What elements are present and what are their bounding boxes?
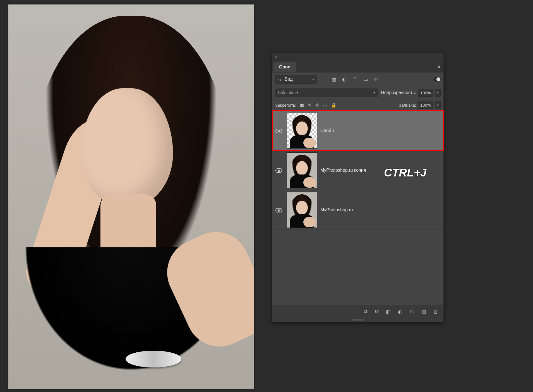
layer-thumbnail[interactable] (287, 192, 317, 228)
layer-name[interactable]: Слой 1 (320, 128, 335, 133)
fill-label: Заливка: (399, 103, 416, 107)
filter-smartobject-icon[interactable]: ◇ (373, 76, 379, 82)
opacity-input[interactable]: 100% (418, 89, 433, 97)
layer-name[interactable]: MyPhotoshop.ru копия (320, 168, 366, 173)
filter-label: Вид (285, 77, 293, 82)
document-canvas[interactable] (8, 4, 254, 389)
visibility-eye-icon[interactable] (275, 129, 282, 132)
filter-image-icon[interactable]: ▦ (331, 76, 337, 82)
panel-footer: ⧉ fx ◧ ◐ 🗀 ⊞ 🗑 (272, 305, 443, 318)
fill-input[interactable]: 100% (418, 101, 433, 109)
lock-all-icon[interactable]: 🔒 (331, 102, 337, 108)
panel-menu-icon[interactable]: ≡ (434, 64, 443, 69)
visibility-eye-icon[interactable] (275, 208, 282, 212)
opacity-label: Непрозрачность: (381, 90, 416, 95)
lock-transparency-icon[interactable]: ▦ (300, 102, 304, 108)
layers-list: Слой 1 MyPhotoshop.ru копия MyPhotoshop.… (272, 111, 443, 230)
layer-thumbnail[interactable] (287, 152, 317, 188)
layers-empty-area[interactable] (272, 230, 443, 305)
new-group-icon[interactable]: 🗀 (410, 309, 415, 315)
layer-thumbnail[interactable] (287, 113, 317, 149)
adjustment-layer-icon[interactable]: ◐ (398, 309, 402, 315)
tab-label: Слои (279, 64, 290, 69)
panel-titlebar[interactable]: × « (272, 53, 443, 61)
fx-icon[interactable]: fx (375, 309, 379, 315)
filter-row: Вид ▾ ▦ ◐ T ▭ ◇ (272, 72, 443, 86)
new-layer-icon[interactable]: ⊞ (422, 309, 426, 315)
filter-type-icons: ▦ ◐ T ▭ ◇ (331, 76, 379, 82)
opacity-group: Непрозрачность: 100% ▾ (381, 89, 441, 97)
collapse-icon[interactable]: « (439, 55, 441, 59)
close-icon[interactable]: × (275, 55, 277, 59)
fill-value: 100% (420, 103, 431, 107)
filter-type-icon[interactable]: T (352, 76, 358, 82)
fill-group: Заливка: 100% ▾ (399, 101, 441, 109)
chevron-down-icon: ▾ (312, 77, 314, 81)
layer-row[interactable]: MyPhotoshop.ru (272, 190, 443, 230)
delete-layer-icon[interactable]: 🗑 (433, 309, 438, 315)
opacity-value: 100% (420, 90, 431, 95)
tab-layers[interactable]: Слои (273, 62, 296, 72)
shortcut-hint: CTRL+J (384, 166, 426, 179)
opacity-chevron[interactable]: ▾ (435, 89, 441, 97)
layer-kind-select[interactable]: Вид ▾ (275, 75, 317, 84)
lock-row: Закрепить: ▦ ✎ ✥ ▭ 🔒 Заливка: 100% ▾ (272, 99, 443, 111)
search-icon (278, 77, 282, 82)
chevron-down-icon: ▾ (373, 91, 375, 95)
filter-toggle[interactable] (433, 77, 441, 82)
lock-label: Закрепить: (275, 103, 296, 107)
layer-name[interactable]: MyPhotoshop.ru (320, 207, 353, 212)
portrait-image (8, 4, 254, 389)
layers-panel: × « Слои ≡ Вид ▾ ▦ ◐ T ▭ ◇ Обычные ▾ Неп… (272, 53, 444, 322)
add-mask-icon[interactable]: ◧ (386, 309, 391, 315)
blend-mode-value: Обычные (278, 90, 298, 95)
panel-resize-grip[interactable] (272, 318, 443, 322)
visibility-eye-icon[interactable] (275, 168, 282, 172)
blend-mode-select[interactable]: Обычные ▾ (275, 89, 378, 97)
link-layers-icon[interactable]: ⧉ (364, 309, 368, 315)
layer-row[interactable]: Слой 1 (272, 111, 443, 150)
fill-chevron[interactable]: ▾ (435, 101, 441, 109)
lock-artboard-icon[interactable]: ▭ (323, 102, 327, 108)
filter-adjustment-icon[interactable]: ◐ (342, 76, 347, 82)
filter-shape-icon[interactable]: ▭ (363, 76, 368, 82)
lock-position-icon[interactable]: ✥ (315, 102, 319, 108)
lock-pixels-icon[interactable]: ✎ (308, 102, 311, 108)
blend-row: Обычные ▾ Непрозрачность: 100% ▾ (272, 86, 443, 99)
panel-tabbar: Слои ≡ (272, 61, 443, 72)
